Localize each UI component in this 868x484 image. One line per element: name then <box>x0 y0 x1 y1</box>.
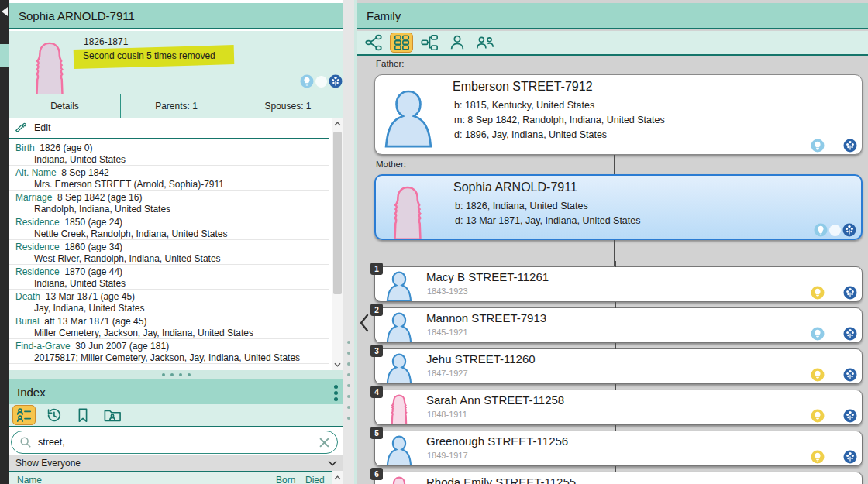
child-number-badge: 5 <box>370 427 383 439</box>
couple-view-button[interactable] <box>474 33 497 53</box>
edit-pencil-icon <box>16 122 27 134</box>
fact-row[interactable]: Burial aft 13 Mar 1871 (age 45) Miller C… <box>9 314 329 339</box>
family-title: Family <box>367 9 401 22</box>
bookmarks-tab[interactable] <box>71 405 95 425</box>
descendants-view-button[interactable] <box>418 33 441 53</box>
child-number-badge: 4 <box>370 386 383 398</box>
hint-lightbulb-icon[interactable] <box>811 368 825 382</box>
tab-spouses[interactable]: Spouses: 1 <box>232 94 343 118</box>
pedigree-icon <box>364 33 383 52</box>
index-scrollbar[interactable] <box>332 471 343 484</box>
family-view-button[interactable] <box>390 33 413 53</box>
child-dates: 1845-1921 <box>427 328 468 337</box>
index-menu-kebab-icon[interactable] <box>334 385 338 401</box>
child-name: Rhoda Emily STREET-11255 <box>426 475 576 484</box>
fact-list-scrollbar[interactable] <box>332 118 343 370</box>
page-title: Sophia ARNOLD-7911 <box>19 9 135 22</box>
familysearch-tree-icon[interactable] <box>843 450 857 464</box>
hint-lightbulb-icon[interactable] <box>814 223 828 237</box>
fact-row[interactable]: Find-a-Grave 30 Jun 2007 (age 181) 20175… <box>9 339 329 364</box>
hint-lightbulb-icon[interactable] <box>811 450 825 464</box>
history-tab[interactable] <box>42 405 65 425</box>
edit-row[interactable]: Edit <box>9 118 329 139</box>
female-portrait-silhouette[interactable] <box>22 39 78 95</box>
fact-row[interactable]: Marriage 8 Sep 1842 (age 16) Randolph, I… <box>9 191 329 215</box>
groups-tab[interactable] <box>101 405 124 425</box>
search-input[interactable] <box>36 436 315 448</box>
child-card[interactable]: 4 Sarah Ann STREET-11258 1848-1911 <box>374 390 863 425</box>
clear-search-icon[interactable] <box>319 438 329 448</box>
child-dates: 1849-1917 <box>427 451 468 460</box>
familysearch-tree-icon[interactable] <box>843 409 857 423</box>
child-number-badge: 6 <box>370 468 383 480</box>
female-silhouette <box>385 475 413 484</box>
person-view-button[interactable] <box>446 33 469 53</box>
child-number-badge: 2 <box>370 304 383 316</box>
index-title: Index <box>17 386 46 399</box>
child-card[interactable]: 2 Mannon STREET-7913 1845-1921 <box>374 307 863 343</box>
hint-lightbulb-icon[interactable] <box>811 327 825 341</box>
people-index-icon <box>16 407 33 424</box>
child-card[interactable]: 5 Greenough STREET-11256 1849-1917 <box>374 431 863 466</box>
people-index-tab[interactable] <box>12 405 36 425</box>
fact-row[interactable]: Birth 1826 (age 0) Indiana, United State… <box>9 141 329 166</box>
hint-lightbulb-icon[interactable] <box>811 139 825 153</box>
search-icon <box>19 436 32 448</box>
panel-splitter[interactable] <box>343 0 354 484</box>
person-tabs: Details Parents: 1 Spouses: 1 <box>9 94 343 118</box>
show-filter-dropdown[interactable]: Show Everyone <box>9 455 343 471</box>
tab-details[interactable]: Details <box>9 94 120 118</box>
person-summary: 1826-1871 Second cousin 5 times removed <box>9 31 343 94</box>
tab-parents[interactable]: Parents: 1 <box>120 94 232 118</box>
familysearch-tree-icon[interactable] <box>843 327 857 341</box>
column-died[interactable]: Died <box>305 475 325 484</box>
male-silhouette <box>385 270 413 301</box>
family-view-toolbar <box>357 31 868 56</box>
familysearch-tree-icon[interactable] <box>842 223 856 237</box>
fact-row[interactable]: Residence 1850 (age 24) Nettle Creek, Ra… <box>9 215 329 240</box>
familysearch-tree-icon[interactable] <box>843 286 857 300</box>
child-card[interactable]: 1 Macy B STREET-11261 1843-1923 <box>374 266 863 302</box>
father-card[interactable]: Emberson STREET-7912 b: 1815, Kentucky, … <box>374 74 863 155</box>
male-silhouette <box>385 352 413 383</box>
collapse-rail-icon[interactable] <box>2 7 8 16</box>
child-number-badge: 1 <box>370 263 383 275</box>
father-details: b: 1815, Kentucky, United States m: 8 Se… <box>454 98 665 142</box>
column-born[interactable]: Born <box>276 475 295 484</box>
fact-row[interactable]: Residence 1860 (age 34) West River, Rand… <box>9 240 329 265</box>
chevron-down-icon <box>328 460 337 466</box>
fact-list: Birth 1826 (age 0) Indiana, United State… <box>9 141 329 370</box>
index-search-box[interactable] <box>11 431 338 454</box>
familysearch-tree-icon[interactable] <box>843 368 857 382</box>
person-icon <box>448 33 467 52</box>
scroll-up-icon[interactable] <box>332 118 343 129</box>
children-list: 1 Macy B STREET-11261 1843-1923 <box>374 266 863 484</box>
hint-lightbulb-icon[interactable] <box>811 286 825 300</box>
male-silhouette <box>383 81 434 153</box>
hint-lightbulb-icon[interactable] <box>300 74 314 88</box>
familysearch-tree-icon[interactable] <box>843 139 857 153</box>
scroll-down-icon[interactable] <box>332 359 343 370</box>
hint-lightbulb-icon[interactable] <box>811 409 825 423</box>
fact-row[interactable]: Alt. Name 8 Sep 1842 Mrs. Emerson STREET… <box>9 166 329 191</box>
scrollbar-thumb[interactable] <box>333 132 342 294</box>
fact-row[interactable]: Death 13 Mar 1871 (age 45) Jay, Indiana,… <box>9 290 329 314</box>
child-dates: 1843-1923 <box>427 287 468 296</box>
fact-row[interactable]: Residence 1870 (age 44) Indiana, United … <box>9 265 329 290</box>
child-number-badge: 3 <box>370 345 383 357</box>
history-clock-icon <box>45 407 62 424</box>
pedigree-view-button[interactable] <box>362 33 385 53</box>
family-group-icon <box>392 33 411 52</box>
familysearch-tree-icon[interactable] <box>329 74 343 88</box>
child-dates: 1848-1911 <box>427 410 467 419</box>
person-panel: Sophia ARNOLD-7911 1826-1871 Second cous… <box>9 0 343 379</box>
column-name[interactable]: Name <box>17 475 42 484</box>
father-label: Father: <box>376 59 404 68</box>
horizontal-splitter[interactable] <box>9 370 343 379</box>
collapse-children-icon[interactable] <box>359 313 370 333</box>
couple-icon <box>475 33 495 52</box>
child-card[interactable]: 6 Rhoda Emily STREET-11255 <box>374 472 863 484</box>
child-card[interactable]: 3 Jehu STREET-11260 1847-1927 <box>374 348 863 384</box>
mother-card-selected[interactable]: Sophia ARNOLD-7911 b: 1826, Indiana, Uni… <box>374 174 863 240</box>
scroll-up-icon[interactable] <box>332 472 343 483</box>
